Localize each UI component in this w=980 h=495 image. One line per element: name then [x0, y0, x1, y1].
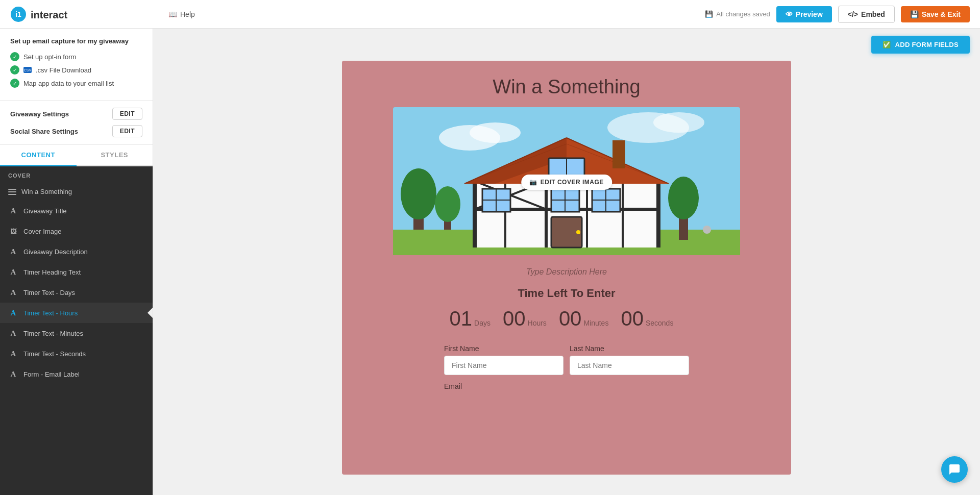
timer-seconds-num: 00	[621, 307, 644, 330]
save-exit-icon: 💾	[910, 10, 919, 18]
social-share-label: Social Share Settings	[10, 128, 78, 135]
timer-minutes-num: 00	[559, 307, 582, 330]
sidebar-setup-section: Set up email capture for my giveaway ✓ S…	[0, 29, 153, 101]
sidebar-item-cover-image[interactable]: 🖼 Cover Image	[0, 221, 153, 241]
giveaway-card: Win a Something	[342, 61, 791, 475]
cover-image-container: 📷 EDIT COVER IMAGE	[393, 107, 740, 257]
tab-content[interactable]: CONTENT	[0, 145, 77, 166]
last-name-input[interactable]	[570, 356, 689, 375]
timer-days-label: Timer Text - Days	[23, 289, 75, 296]
svg-point-11	[435, 186, 460, 222]
last-name-label: Last Name	[570, 344, 689, 353]
setup-item-map[interactable]: ✓ Map app data to your email list	[10, 79, 142, 88]
sidebar-item-giveaway-title[interactable]: A Giveaway Title	[0, 201, 153, 221]
svg-text:i1: i1	[15, 10, 21, 18]
main-toolbar: ✅ ADD FORM FIELDS	[153, 29, 980, 61]
text-a-icon-description: A	[8, 246, 18, 257]
text-a-icon-email-label: A	[8, 369, 18, 379]
cover-section-header: COVER	[0, 166, 153, 183]
edit-cover-image-button[interactable]: 📷 EDIT COVER IMAGE	[521, 175, 612, 190]
svg-point-45	[703, 226, 711, 234]
social-share-row: Social Share Settings EDIT	[10, 125, 142, 137]
preview-area: Win a Something	[153, 61, 980, 495]
help-link[interactable]: 📖 Help	[168, 10, 195, 18]
setup-opt-in-label: Set up opt-in form	[23, 53, 76, 61]
setup-map-label: Map app data to your email list	[23, 80, 114, 87]
timer-minutes-label: Timer Text - Minutes	[23, 330, 83, 337]
form-email-label-item: Form - Email Label	[23, 370, 80, 378]
sidebar-item-timer-minutes[interactable]: A Timer Text - Minutes	[0, 323, 153, 343]
sidebar-item-giveaway-description[interactable]: A Giveaway Description	[0, 241, 153, 262]
svg-point-5	[470, 122, 521, 143]
preview-button[interactable]: 👁 Preview	[776, 6, 832, 22]
tab-styles[interactable]: STYLES	[77, 145, 153, 166]
book-icon: 📖	[168, 10, 177, 18]
timer-seconds-label: Seconds	[646, 319, 673, 327]
setup-item-csv[interactable]: ✓ CSV .csv File Download	[10, 65, 142, 75]
email-group: Email	[444, 382, 689, 390]
timer-heading-label: Timer Heading Text	[23, 268, 81, 276]
add-form-icon: ✅	[883, 41, 891, 48]
text-a-icon-timer-heading: A	[8, 267, 18, 277]
sidebar-item-timer-heading[interactable]: A Timer Heading Text	[0, 262, 153, 282]
eye-icon: 👁	[786, 10, 793, 18]
first-name-input[interactable]	[444, 356, 564, 375]
giveaway-settings-label: Giveaway Settings	[10, 110, 69, 118]
sidebar-item-timer-days[interactable]: A Timer Text - Days	[0, 282, 153, 303]
svg-point-44	[668, 177, 699, 219]
cover-image-label: Cover Image	[23, 228, 61, 235]
text-a-icon-giveaway-title: A	[8, 206, 18, 216]
social-share-edit-button[interactable]: EDIT	[112, 125, 142, 137]
sidebar-item-form-email-label[interactable]: A Form - Email Label	[0, 364, 153, 384]
entry-form: First Name Last Name Email	[444, 344, 689, 390]
timer-seconds-label: Timer Text - Seconds	[23, 350, 86, 358]
sidebar-content-list: COVER Win a Something A Giveaway Title 🖼…	[0, 166, 153, 495]
svg-rect-42	[612, 140, 625, 168]
giveaway-settings-row: Giveaway Settings EDIT	[10, 108, 142, 120]
sidebar-item-timer-seconds[interactable]: A Timer Text - Seconds	[0, 343, 153, 364]
timer-hours-num: 00	[503, 307, 526, 330]
embed-button[interactable]: </> Embed	[838, 6, 895, 23]
text-a-icon-timer-seconds: A	[8, 349, 18, 359]
svg-point-41	[576, 230, 580, 234]
code-icon: </>	[848, 10, 858, 18]
help-label: Help	[180, 10, 195, 18]
save-exit-button[interactable]: 💾 Save & Exit	[901, 6, 970, 22]
save-icon: 💾	[705, 10, 713, 18]
giveaway-title-label: Giveaway Title	[23, 207, 67, 215]
email-label: Email	[444, 382, 689, 390]
sidebar-item-win-a-something[interactable]: Win a Something	[0, 183, 153, 201]
all-changes-saved: 💾 All changes saved	[705, 10, 770, 18]
timer-hours-label: Hours	[528, 319, 547, 327]
win-a-something-label: Win a Something	[21, 188, 72, 195]
setup-title: Set up email capture for my giveaway	[10, 37, 142, 46]
add-form-fields-button[interactable]: ✅ ADD FORM FIELDS	[871, 36, 970, 54]
text-a-icon-timer-hours: A	[8, 308, 18, 318]
check-icon-csv: ✓	[10, 65, 19, 75]
giveaway-title: Win a Something	[362, 76, 771, 98]
chat-icon	[948, 463, 961, 476]
timer-hours-label: Timer Text - Hours	[23, 309, 78, 317]
interact-logo-icon: i1	[10, 6, 27, 22]
csv-icon: CSV	[23, 67, 32, 73]
text-a-icon-timer-days: A	[8, 287, 18, 298]
timer-row: 01 Days 00 Hours 00 Minutes 00 Seconds	[362, 307, 771, 330]
image-icon-cover: 🖼	[8, 226, 18, 236]
sidebar-item-timer-hours[interactable]: A Timer Text - Hours	[0, 303, 153, 323]
check-icon-map: ✓	[10, 79, 19, 88]
check-icon-opt-in: ✓	[10, 52, 19, 61]
svg-point-7	[653, 112, 704, 133]
main-content: ✅ ADD FORM FIELDS Win a Something	[153, 29, 980, 495]
hamburger-icon	[8, 189, 16, 195]
sidebar: Set up email capture for my giveaway ✓ S…	[0, 29, 153, 495]
name-fields-row: First Name Last Name	[444, 344, 689, 375]
timer-minutes-label: Minutes	[583, 319, 608, 327]
svg-text:interact: interact	[31, 9, 68, 20]
giveaway-settings-edit-button[interactable]: EDIT	[112, 108, 142, 120]
chat-button[interactable]	[941, 456, 968, 483]
setup-item-opt-in[interactable]: ✓ Set up opt-in form	[10, 52, 142, 61]
first-name-label: First Name	[444, 344, 564, 353]
timer-days-label: Days	[474, 319, 491, 327]
setup-csv-label: .csv File Download	[36, 66, 91, 74]
camera-icon: 📷	[529, 179, 537, 186]
